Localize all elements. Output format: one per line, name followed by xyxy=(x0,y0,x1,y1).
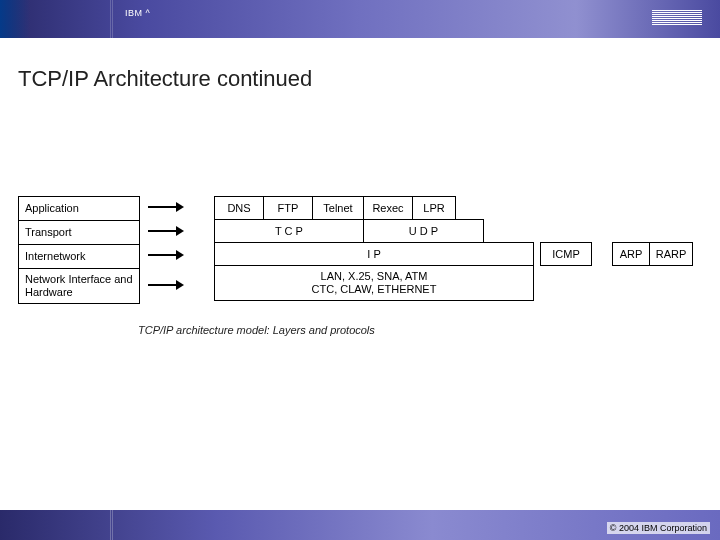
arrow-icon xyxy=(148,204,188,210)
layer-application: Application xyxy=(19,197,139,221)
header-rule xyxy=(112,0,113,38)
proto-rexec: Rexec xyxy=(363,196,413,220)
proto-telnet: Telnet xyxy=(312,196,364,220)
arrow-icon xyxy=(148,228,188,234)
proto-icmp: ICMP xyxy=(540,242,592,266)
page-title: TCP/IP Architecture continued xyxy=(18,66,720,92)
arrow-icon xyxy=(148,282,188,288)
layer-labels-column: Application Transport Internetwork Netwo… xyxy=(18,196,140,304)
footer-rule xyxy=(112,510,113,540)
proto-tcp: T C P xyxy=(214,219,364,243)
layer-transport: Transport xyxy=(19,221,139,245)
proto-lpr: LPR xyxy=(412,196,456,220)
layer-internetwork: Internetwork xyxy=(19,245,139,269)
proto-dns: DNS xyxy=(214,196,264,220)
proto-ip: I P xyxy=(214,242,534,266)
proto-rarp: RARP xyxy=(649,242,693,266)
proto-network-hw: LAN, X.25, SNA, ATM CTC, CLAW, ETHERNET xyxy=(214,265,534,301)
header-brand-label: IBM ^ xyxy=(125,8,150,18)
diagram-caption: TCP/IP architecture model: Layers and pr… xyxy=(138,324,375,336)
layer-network-interface: Network Interface and Hardware xyxy=(19,269,139,303)
footer-rule xyxy=(110,510,111,540)
header-rule xyxy=(110,0,111,38)
arrow-icon xyxy=(148,252,188,258)
proto-ftp: FTP xyxy=(263,196,313,220)
slide-header: IBM ^ xyxy=(0,0,720,38)
proto-arp: ARP xyxy=(612,242,650,266)
copyright-text: © 2004 IBM Corporation xyxy=(607,522,710,534)
proto-udp: U D P xyxy=(363,219,484,243)
ibm-logo-icon xyxy=(652,10,702,25)
slide-footer: © 2004 IBM Corporation xyxy=(0,510,720,540)
